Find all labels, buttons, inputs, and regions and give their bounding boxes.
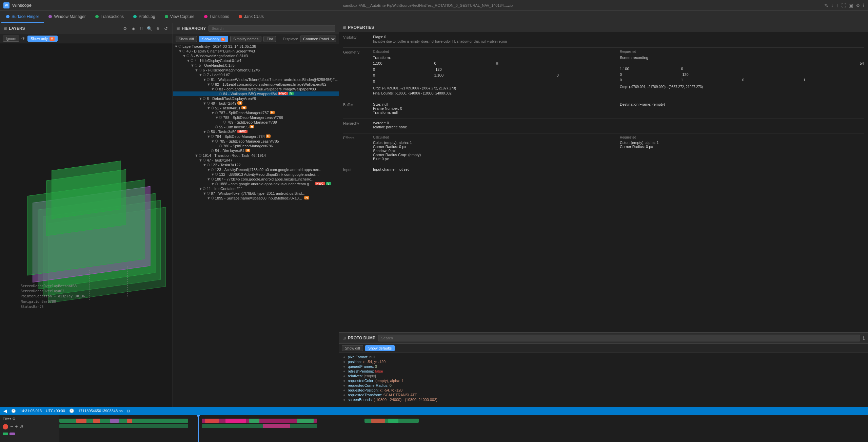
- tree-node[interactable]: ▼ ⬡ 6 - FullscreenMagnification:0:12#6: [173, 68, 339, 72]
- tree-node[interactable]: ⬡ 786 - SplitDecorManager#786: [173, 144, 339, 148]
- tree-node[interactable]: ▼ ⬡ 1888 - com.google.android.apps.nexus…: [173, 182, 339, 186]
- tree-node[interactable]: ⬡ 789 - SplitDecorManager#789: [173, 120, 339, 125]
- hwc-badge: HWC: [237, 130, 248, 133]
- layers-reset-icon[interactable]: ↺: [162, 25, 169, 32]
- hwc-badge: HWC: [315, 182, 325, 185]
- tree-node[interactable]: ▼ ⬡ 123 - ActivityRecord{4788c02 u0 com.…: [173, 167, 339, 172]
- main-content: ⊞ LAYERS ⚙ ◉ ⁝⁝ 🔍 ⊕ ↺ Ignore 👁 Show only…: [0, 23, 868, 407]
- proto-item: ● refreshPending: false: [343, 369, 864, 373]
- tree-node[interactable]: ▼ ⬡ 97 - WindowToken{7f78b6b type=2011 a…: [173, 191, 339, 196]
- tree-node[interactable]: ▼ ⬡ 787 - SplitDecorManager#787 H: [173, 110, 339, 115]
- tree-node[interactable]: ▼ ⬡ 7 - Leaf:0:1#7: [173, 72, 339, 77]
- tree-node[interactable]: ▼ ⬡ 82 - 181eabf com.android.systemui.wa…: [173, 82, 339, 87]
- layers-zoom-plus-icon[interactable]: ⊕: [154, 25, 161, 32]
- hierarchy-search-input[interactable]: [209, 25, 335, 32]
- tab-view-capture[interactable]: View Capture: [160, 11, 199, 23]
- screenshot-icon[interactable]: ▣: [849, 3, 853, 8]
- filter-settings-icon[interactable]: ⚙: [12, 417, 16, 421]
- layers-zoom-minus-icon[interactable]: 🔍: [146, 25, 153, 32]
- v-badge: V: [326, 182, 331, 185]
- proto-show-defaults-button[interactable]: Show defaults: [365, 345, 395, 351]
- show-diff-button[interactable]: Show diff: [176, 36, 197, 42]
- tree-node[interactable]: ▼ ⬡ 785 - SplitDecorManagerLeash#785: [173, 139, 339, 144]
- tree-node[interactable]: ▼ ⬡ 788 - SplitDecorManagerLeash#788: [173, 115, 339, 120]
- tree-node[interactable]: ▼ ⬡ 81 - WallpaperWindowToken{fcfbcd7 to…: [173, 77, 339, 82]
- tree-node[interactable]: ▼ ⬡ 83 - com.android.systemui.wallpapers…: [173, 87, 339, 91]
- tree-node[interactable]: ▼ ⬡ 49 - Task=2#49 H: [173, 101, 339, 106]
- svg-rect-24: [225, 419, 246, 423]
- zoom-in-btn[interactable]: +: [15, 424, 18, 430]
- expand-icon[interactable]: ⛶: [841, 3, 846, 8]
- tree-node[interactable]: ▼ ⬡ 3 - WindowedMagnification:0:31#3: [173, 54, 339, 58]
- tree-node-selected[interactable]: ⬡ 84 - Wallpaper BBQ wrapper#84 HWC V: [173, 91, 339, 96]
- h-badge: H: [266, 134, 271, 138]
- show-only-button[interactable]: Show only V: [199, 36, 228, 42]
- tree-node[interactable]: ▼ ⬡ 4 - HideDisplayCutout:0:1#4: [173, 58, 339, 63]
- timeline-color-dot: [3, 424, 8, 429]
- show-only-button[interactable]: Show only V: [27, 36, 58, 42]
- tab-transactions[interactable]: Transactions: [91, 11, 129, 23]
- tab-surface-flinger[interactable]: Surface Flinger: [1, 11, 44, 23]
- download-icon[interactable]: ↓: [831, 3, 833, 8]
- refresh-btn[interactable]: ↺: [19, 424, 23, 429]
- layers-range-icon[interactable]: ⁝⁝: [138, 25, 145, 32]
- hierarchy-tree[interactable]: ▼ ⬡ LayerTraceEntry - 2024-03-31, 14:31:…: [173, 44, 339, 407]
- layers-grid-icon: ⊞: [3, 26, 7, 31]
- tree-node[interactable]: ▼ ⬡ 8 - DefaultTaskDisplayArea#8: [173, 96, 339, 101]
- settings-icon[interactable]: ⚙: [856, 3, 860, 8]
- tree-node[interactable]: ▼ ⬡ 50 - Task=3#50 HWC: [173, 129, 339, 134]
- timeline-main[interactable]: [59, 415, 868, 442]
- tree-node[interactable]: ▼ ⬡ 11 - ImeContainer#11: [173, 186, 339, 191]
- geometry-label-row: Geometry Calculated Transform: 1.100 0 ⊞…: [343, 50, 864, 96]
- file-title: sandbox-FAIL__AutoEnterPipWithSourceRect…: [34, 3, 822, 7]
- tree-node[interactable]: ▼ ⬡ 1887 - 77fdc4b com.google.android.ap…: [173, 177, 339, 182]
- tree-node[interactable]: ⬡ 54 - Dim layer#54 H: [173, 148, 339, 153]
- edit-icon[interactable]: ✎: [824, 3, 828, 8]
- layers-3d-view[interactable]: ScreenDecorOverlayBottom#63 ScreenDecorO…: [0, 43, 173, 407]
- title-bar: W Winscope sandbox-FAIL__AutoEnterPipWit…: [0, 0, 868, 11]
- proto-show-diff-button[interactable]: Show diff: [342, 345, 363, 351]
- tab-jank-cujs[interactable]: Jank CUJs: [234, 11, 269, 23]
- tree-node[interactable]: ▼ ⬡ 1914 - Transition Root: Task=46#1914: [173, 153, 339, 158]
- layers-settings-icon[interactable]: ⚙: [122, 25, 129, 32]
- properties-title: ⊞ PROPERTIES: [342, 25, 374, 30]
- tree-node[interactable]: ▼ ⬡ 132 - d886913 ActivityRecordInputSin…: [173, 172, 339, 177]
- tree-node[interactable]: ▼ ⬡ 43 - Display 0 name="Built-in Screen…: [173, 49, 339, 54]
- tree-node[interactable]: ▼ ⬡ 51 - Task=4#51 H: [173, 106, 339, 110]
- h-badge: H: [250, 125, 255, 128]
- proto-search-input[interactable]: [378, 335, 860, 341]
- tree-node[interactable]: ▼ ⬡ 784 - SplitDecorManager#784 H: [173, 134, 339, 139]
- proto-content: ● pixelFormat: null ● position: x: -54, …: [339, 353, 868, 407]
- tab-transitions[interactable]: Transitions: [199, 11, 234, 23]
- info-circle-icon: ℹ: [863, 335, 865, 341]
- proto-log-icon: [133, 15, 137, 18]
- flat-button[interactable]: Flat: [263, 36, 276, 42]
- tree-node[interactable]: ▼ ⬡ 47 - Task=1#47: [173, 158, 339, 163]
- tab-window-manager[interactable]: Window Manager: [44, 11, 90, 23]
- ignore-button[interactable]: Ignore: [3, 36, 19, 42]
- info-icon[interactable]: ℹ: [863, 3, 865, 8]
- upload-icon[interactable]: ↑: [836, 3, 839, 8]
- tree-node[interactable]: ▼ ⬡ 122 - Task=7#122: [173, 163, 339, 167]
- tree-node[interactable]: ▼ ⬡ 5 - OneHanded:0:1#5: [173, 63, 339, 68]
- copy-icon[interactable]: ⊡: [127, 409, 130, 413]
- status-left-arrow[interactable]: ◀: [3, 408, 7, 414]
- effects-section: Effects Calculated Color: (empty), alpha…: [343, 135, 864, 161]
- tree-node[interactable]: ▼ ⬡ LayerTraceEntry - 2024-03-31, 14:31:…: [173, 44, 339, 49]
- displays-select[interactable]: Common Panel: [300, 36, 336, 42]
- hierarchy-header: ⊞ HIERARCHY: [173, 23, 339, 34]
- properties-header: ⊞ PROPERTIES: [339, 23, 868, 32]
- tree-node[interactable]: ▼ ⬡ 1895 - Surface(name=3baac60 InputMet…: [173, 196, 339, 201]
- tab-proto-log[interactable]: ProtoLog: [129, 11, 160, 23]
- zoom-out-btn[interactable]: −: [10, 424, 13, 430]
- window-manager-icon: [48, 15, 52, 18]
- proto-item: ● pixelFormat: null: [343, 355, 864, 359]
- layers-zoom-in-icon[interactable]: ◉: [130, 25, 137, 32]
- simplify-names-button[interactable]: Simplify names: [230, 36, 262, 42]
- visibility-row: Visibility Flags: 0 Invisible due to: bu…: [343, 35, 864, 43]
- timeline-left-panel: Filter ⚙ − + ↺: [0, 415, 59, 442]
- clock-icon: 🕐: [11, 409, 16, 413]
- timeline-svg: [59, 415, 868, 442]
- tab-bar: Surface Flinger Window Manager Transacti…: [0, 11, 868, 23]
- tree-node[interactable]: ⬡ 55 - Dim layer#55 H: [173, 125, 339, 129]
